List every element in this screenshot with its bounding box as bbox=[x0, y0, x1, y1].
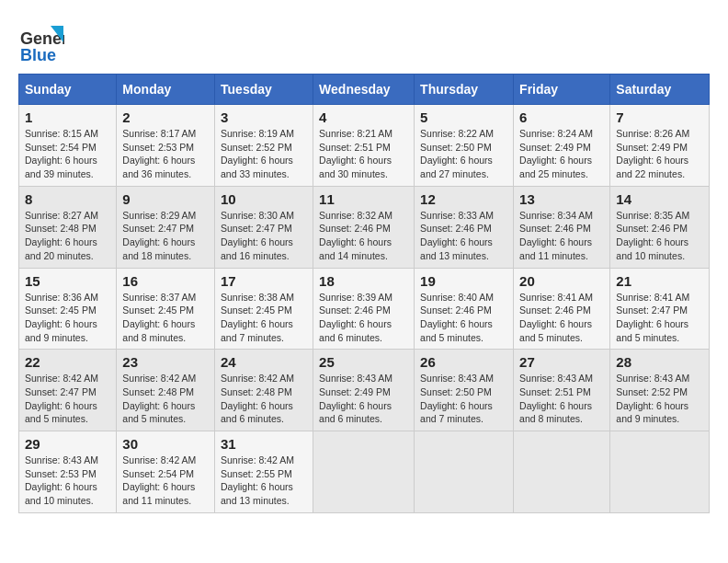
day-info: Sunrise: 8:42 AMSunset: 2:54 PMDaylight:… bbox=[122, 454, 209, 508]
day-info: Sunrise: 8:38 AMSunset: 2:45 PMDaylight:… bbox=[221, 291, 307, 345]
calendar-cell: 10Sunrise: 8:30 AMSunset: 2:47 PMDayligh… bbox=[215, 186, 313, 268]
day-number: 28 bbox=[616, 354, 703, 370]
calendar-cell: 21Sunrise: 8:41 AMSunset: 2:47 PMDayligh… bbox=[610, 268, 710, 350]
day-info: Sunrise: 8:29 AMSunset: 2:47 PMDaylight:… bbox=[122, 209, 209, 263]
day-number: 31 bbox=[221, 436, 307, 452]
day-number: 16 bbox=[122, 273, 209, 289]
day-info: Sunrise: 8:15 AMSunset: 2:54 PMDaylight:… bbox=[25, 127, 110, 181]
day-number: 27 bbox=[519, 354, 604, 370]
day-number: 22 bbox=[25, 354, 110, 370]
calendar-cell bbox=[610, 431, 710, 513]
day-number: 19 bbox=[420, 273, 507, 289]
day-info: Sunrise: 8:43 AMSunset: 2:50 PMDaylight:… bbox=[420, 372, 507, 426]
col-header-tuesday: Tuesday bbox=[215, 75, 313, 105]
calendar-cell: 17Sunrise: 8:38 AMSunset: 2:45 PMDayligh… bbox=[215, 268, 313, 350]
day-number: 2 bbox=[122, 109, 209, 125]
day-info: Sunrise: 8:43 AMSunset: 2:51 PMDaylight:… bbox=[519, 372, 604, 426]
day-number: 26 bbox=[420, 354, 507, 370]
calendar-cell: 25Sunrise: 8:43 AMSunset: 2:49 PMDayligh… bbox=[313, 350, 415, 431]
calendar-cell: 13Sunrise: 8:34 AMSunset: 2:46 PMDayligh… bbox=[514, 186, 610, 268]
calendar-cell: 8Sunrise: 8:27 AMSunset: 2:48 PMDaylight… bbox=[19, 186, 117, 268]
day-info: Sunrise: 8:19 AMSunset: 2:52 PMDaylight:… bbox=[221, 127, 307, 181]
logo-icon: General Blue bbox=[18, 18, 64, 64]
calendar-cell: 6Sunrise: 8:24 AMSunset: 2:49 PMDaylight… bbox=[514, 105, 610, 187]
day-number: 18 bbox=[319, 273, 408, 289]
day-info: Sunrise: 8:42 AMSunset: 2:55 PMDaylight:… bbox=[221, 454, 307, 508]
calendar-cell: 19Sunrise: 8:40 AMSunset: 2:46 PMDayligh… bbox=[415, 268, 514, 350]
day-info: Sunrise: 8:27 AMSunset: 2:48 PMDaylight:… bbox=[25, 209, 110, 263]
calendar-cell: 29Sunrise: 8:43 AMSunset: 2:53 PMDayligh… bbox=[19, 431, 117, 513]
col-header-sunday: Sunday bbox=[19, 75, 117, 105]
day-number: 5 bbox=[420, 109, 507, 125]
day-info: Sunrise: 8:17 AMSunset: 2:53 PMDaylight:… bbox=[122, 127, 209, 181]
calendar-cell: 30Sunrise: 8:42 AMSunset: 2:54 PMDayligh… bbox=[117, 431, 215, 513]
col-header-wednesday: Wednesday bbox=[313, 75, 415, 105]
day-info: Sunrise: 8:40 AMSunset: 2:46 PMDaylight:… bbox=[420, 291, 507, 345]
day-info: Sunrise: 8:42 AMSunset: 2:48 PMDaylight:… bbox=[122, 372, 209, 426]
calendar-cell: 20Sunrise: 8:41 AMSunset: 2:46 PMDayligh… bbox=[514, 268, 610, 350]
calendar-cell: 23Sunrise: 8:42 AMSunset: 2:48 PMDayligh… bbox=[117, 350, 215, 431]
day-number: 6 bbox=[519, 109, 604, 125]
day-info: Sunrise: 8:42 AMSunset: 2:47 PMDaylight:… bbox=[25, 372, 110, 426]
calendar-cell: 16Sunrise: 8:37 AMSunset: 2:45 PMDayligh… bbox=[117, 268, 215, 350]
day-number: 30 bbox=[122, 436, 209, 452]
calendar-cell: 3Sunrise: 8:19 AMSunset: 2:52 PMDaylight… bbox=[215, 105, 313, 187]
day-info: Sunrise: 8:43 AMSunset: 2:52 PMDaylight:… bbox=[616, 372, 703, 426]
day-info: Sunrise: 8:43 AMSunset: 2:53 PMDaylight:… bbox=[25, 454, 110, 508]
day-info: Sunrise: 8:41 AMSunset: 2:47 PMDaylight:… bbox=[616, 291, 703, 345]
calendar-cell: 14Sunrise: 8:35 AMSunset: 2:46 PMDayligh… bbox=[610, 186, 710, 268]
day-info: Sunrise: 8:21 AMSunset: 2:51 PMDaylight:… bbox=[319, 127, 408, 181]
calendar-cell: 28Sunrise: 8:43 AMSunset: 2:52 PMDayligh… bbox=[610, 350, 710, 431]
calendar-cell: 12Sunrise: 8:33 AMSunset: 2:46 PMDayligh… bbox=[415, 186, 514, 268]
day-info: Sunrise: 8:26 AMSunset: 2:49 PMDaylight:… bbox=[616, 127, 703, 181]
day-number: 17 bbox=[221, 273, 307, 289]
day-number: 10 bbox=[221, 191, 307, 207]
calendar-cell: 9Sunrise: 8:29 AMSunset: 2:47 PMDaylight… bbox=[117, 186, 215, 268]
day-number: 21 bbox=[616, 273, 703, 289]
day-info: Sunrise: 8:30 AMSunset: 2:47 PMDaylight:… bbox=[221, 209, 307, 263]
calendar-cell: 22Sunrise: 8:42 AMSunset: 2:47 PMDayligh… bbox=[19, 350, 117, 431]
col-header-thursday: Thursday bbox=[415, 75, 514, 105]
day-info: Sunrise: 8:35 AMSunset: 2:46 PMDaylight:… bbox=[616, 209, 703, 263]
calendar-cell: 24Sunrise: 8:42 AMSunset: 2:48 PMDayligh… bbox=[215, 350, 313, 431]
day-number: 20 bbox=[519, 273, 604, 289]
calendar-cell: 31Sunrise: 8:42 AMSunset: 2:55 PMDayligh… bbox=[215, 431, 313, 513]
day-info: Sunrise: 8:34 AMSunset: 2:46 PMDaylight:… bbox=[519, 209, 604, 263]
calendar-cell: 26Sunrise: 8:43 AMSunset: 2:50 PMDayligh… bbox=[415, 350, 514, 431]
calendar-cell: 27Sunrise: 8:43 AMSunset: 2:51 PMDayligh… bbox=[514, 350, 610, 431]
day-number: 9 bbox=[122, 191, 209, 207]
day-number: 1 bbox=[25, 109, 110, 125]
calendar-cell: 4Sunrise: 8:21 AMSunset: 2:51 PMDaylight… bbox=[313, 105, 415, 187]
day-info: Sunrise: 8:37 AMSunset: 2:45 PMDaylight:… bbox=[122, 291, 209, 345]
calendar-cell: 5Sunrise: 8:22 AMSunset: 2:50 PMDaylight… bbox=[415, 105, 514, 187]
day-number: 25 bbox=[319, 354, 408, 370]
day-number: 15 bbox=[25, 273, 110, 289]
day-number: 11 bbox=[319, 191, 408, 207]
day-number: 8 bbox=[25, 191, 110, 207]
day-info: Sunrise: 8:22 AMSunset: 2:50 PMDaylight:… bbox=[420, 127, 507, 181]
day-number: 14 bbox=[616, 191, 703, 207]
day-number: 12 bbox=[420, 191, 507, 207]
calendar-cell: 18Sunrise: 8:39 AMSunset: 2:46 PMDayligh… bbox=[313, 268, 415, 350]
col-header-saturday: Saturday bbox=[610, 75, 710, 105]
day-number: 4 bbox=[319, 109, 408, 125]
day-info: Sunrise: 8:43 AMSunset: 2:49 PMDaylight:… bbox=[319, 372, 408, 426]
calendar-cell: 1Sunrise: 8:15 AMSunset: 2:54 PMDaylight… bbox=[19, 105, 117, 187]
calendar-cell: 7Sunrise: 8:26 AMSunset: 2:49 PMDaylight… bbox=[610, 105, 710, 187]
col-header-monday: Monday bbox=[117, 75, 215, 105]
day-info: Sunrise: 8:36 AMSunset: 2:45 PMDaylight:… bbox=[25, 291, 110, 345]
day-number: 7 bbox=[616, 109, 703, 125]
day-number: 3 bbox=[221, 109, 307, 125]
day-number: 23 bbox=[122, 354, 209, 370]
day-number: 24 bbox=[221, 354, 307, 370]
day-number: 13 bbox=[519, 191, 604, 207]
day-info: Sunrise: 8:41 AMSunset: 2:46 PMDaylight:… bbox=[519, 291, 604, 345]
calendar-table: SundayMondayTuesdayWednesdayThursdayFrid… bbox=[18, 74, 710, 513]
calendar-cell: 11Sunrise: 8:32 AMSunset: 2:46 PMDayligh… bbox=[313, 186, 415, 268]
day-info: Sunrise: 8:32 AMSunset: 2:46 PMDaylight:… bbox=[319, 209, 408, 263]
col-header-friday: Friday bbox=[514, 75, 610, 105]
day-info: Sunrise: 8:24 AMSunset: 2:49 PMDaylight:… bbox=[519, 127, 604, 181]
day-info: Sunrise: 8:33 AMSunset: 2:46 PMDaylight:… bbox=[420, 209, 507, 263]
day-number: 29 bbox=[25, 436, 110, 452]
calendar-cell bbox=[514, 431, 610, 513]
